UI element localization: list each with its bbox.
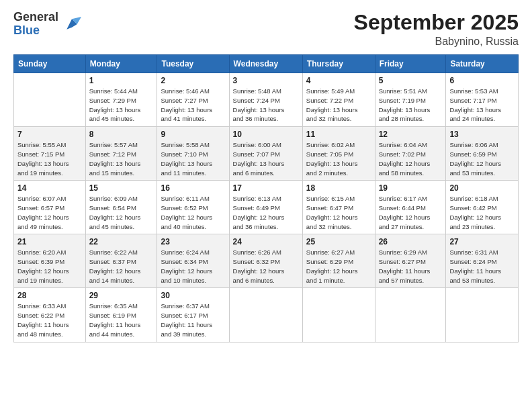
table-row bbox=[229, 288, 302, 342]
calendar-week-row: 7Sunrise: 5:55 AM Sunset: 7:15 PM Daylig… bbox=[14, 127, 519, 181]
day-number: 11 bbox=[306, 130, 371, 139]
day-info: Sunrise: 6:22 AM Sunset: 6:37 PM Dayligh… bbox=[89, 248, 154, 285]
table-row: 25Sunrise: 6:27 AM Sunset: 6:29 PM Dayli… bbox=[302, 234, 375, 288]
table-row: 30Sunrise: 6:37 AM Sunset: 6:17 PM Dayli… bbox=[157, 288, 229, 342]
day-info: Sunrise: 6:20 AM Sunset: 6:39 PM Dayligh… bbox=[17, 248, 82, 285]
calendar-header-row: Sunday Monday Tuesday Wednesday Thursday… bbox=[14, 55, 519, 73]
month-title: September 2025 bbox=[354, 11, 519, 34]
calendar-week-row: 28Sunrise: 6:33 AM Sunset: 6:22 PM Dayli… bbox=[14, 288, 519, 342]
table-row: 16Sunrise: 6:11 AM Sunset: 6:52 PM Dayli… bbox=[157, 181, 229, 234]
day-number: 7 bbox=[17, 130, 82, 139]
day-number: 28 bbox=[17, 291, 82, 300]
table-row: 14Sunrise: 6:07 AM Sunset: 6:57 PM Dayli… bbox=[14, 181, 86, 234]
day-info: Sunrise: 6:24 AM Sunset: 6:34 PM Dayligh… bbox=[161, 248, 225, 285]
day-info: Sunrise: 6:27 AM Sunset: 6:29 PM Dayligh… bbox=[306, 248, 371, 285]
table-row: 10Sunrise: 6:00 AM Sunset: 7:07 PM Dayli… bbox=[229, 127, 302, 181]
logo-general: General bbox=[13, 11, 58, 24]
table-row: 22Sunrise: 6:22 AM Sunset: 6:37 PM Dayli… bbox=[85, 234, 157, 288]
day-info: Sunrise: 6:15 AM Sunset: 6:47 PM Dayligh… bbox=[306, 194, 371, 231]
col-sunday: Sunday bbox=[14, 55, 86, 73]
day-info: Sunrise: 6:13 AM Sunset: 6:49 PM Dayligh… bbox=[233, 194, 299, 231]
table-row: 17Sunrise: 6:13 AM Sunset: 6:49 PM Dayli… bbox=[229, 181, 302, 234]
table-row bbox=[375, 288, 446, 342]
day-number: 9 bbox=[161, 130, 225, 139]
table-row: 12Sunrise: 6:04 AM Sunset: 7:02 PM Dayli… bbox=[375, 127, 446, 181]
table-row: 2Sunrise: 5:46 AM Sunset: 7:27 PM Daylig… bbox=[157, 73, 229, 127]
day-number: 18 bbox=[306, 183, 371, 193]
calendar-week-row: 21Sunrise: 6:20 AM Sunset: 6:39 PM Dayli… bbox=[14, 234, 519, 288]
title-block: September 2025 Babynino, Russia bbox=[354, 11, 519, 48]
day-number: 5 bbox=[379, 76, 443, 85]
day-number: 15 bbox=[89, 183, 154, 193]
day-number: 23 bbox=[161, 237, 225, 246]
day-info: Sunrise: 6:37 AM Sunset: 6:17 PM Dayligh… bbox=[161, 302, 225, 338]
col-monday: Monday bbox=[85, 55, 157, 73]
page: General Blue September 2025 Babynino, Ru… bbox=[0, 0, 532, 411]
day-info: Sunrise: 5:57 AM Sunset: 7:12 PM Dayligh… bbox=[89, 140, 154, 177]
col-saturday: Saturday bbox=[446, 55, 519, 73]
table-row: 11Sunrise: 6:02 AM Sunset: 7:05 PM Dayli… bbox=[302, 127, 375, 181]
day-number: 30 bbox=[161, 291, 225, 300]
table-row: 4Sunrise: 5:49 AM Sunset: 7:22 PM Daylig… bbox=[302, 73, 375, 127]
col-thursday: Thursday bbox=[302, 55, 375, 73]
logo-blue: Blue bbox=[13, 24, 58, 38]
day-number: 10 bbox=[233, 130, 299, 139]
day-info: Sunrise: 5:51 AM Sunset: 7:19 PM Dayligh… bbox=[379, 87, 443, 124]
table-row: 7Sunrise: 5:55 AM Sunset: 7:15 PM Daylig… bbox=[14, 127, 86, 181]
day-info: Sunrise: 5:55 AM Sunset: 7:15 PM Dayligh… bbox=[17, 140, 82, 177]
day-number: 4 bbox=[306, 76, 371, 85]
day-number: 19 bbox=[379, 183, 443, 193]
day-info: Sunrise: 5:53 AM Sunset: 7:17 PM Dayligh… bbox=[449, 87, 515, 124]
calendar-table: Sunday Monday Tuesday Wednesday Thursday… bbox=[13, 54, 519, 342]
day-info: Sunrise: 6:07 AM Sunset: 6:57 PM Dayligh… bbox=[17, 194, 82, 231]
day-number: 26 bbox=[379, 237, 443, 246]
day-info: Sunrise: 6:18 AM Sunset: 6:42 PM Dayligh… bbox=[449, 194, 515, 231]
col-friday: Friday bbox=[375, 55, 446, 73]
table-row: 28Sunrise: 6:33 AM Sunset: 6:22 PM Dayli… bbox=[14, 288, 86, 342]
day-number: 3 bbox=[233, 76, 299, 85]
day-number: 2 bbox=[161, 76, 225, 85]
day-info: Sunrise: 6:35 AM Sunset: 6:19 PM Dayligh… bbox=[89, 302, 154, 338]
day-info: Sunrise: 5:44 AM Sunset: 7:29 PM Dayligh… bbox=[89, 87, 154, 124]
day-number: 27 bbox=[449, 237, 515, 246]
table-row: 18Sunrise: 6:15 AM Sunset: 6:47 PM Dayli… bbox=[302, 181, 375, 234]
day-number: 21 bbox=[17, 237, 82, 246]
day-number: 13 bbox=[449, 130, 515, 139]
table-row: 27Sunrise: 6:31 AM Sunset: 6:24 PM Dayli… bbox=[446, 234, 519, 288]
day-info: Sunrise: 5:49 AM Sunset: 7:22 PM Dayligh… bbox=[306, 87, 371, 124]
day-info: Sunrise: 6:04 AM Sunset: 7:02 PM Dayligh… bbox=[379, 140, 443, 177]
table-row: 8Sunrise: 5:57 AM Sunset: 7:12 PM Daylig… bbox=[85, 127, 157, 181]
day-number: 1 bbox=[89, 76, 154, 85]
table-row bbox=[302, 288, 375, 342]
day-info: Sunrise: 6:11 AM Sunset: 6:52 PM Dayligh… bbox=[161, 194, 225, 231]
day-info: Sunrise: 6:06 AM Sunset: 6:59 PM Dayligh… bbox=[449, 140, 515, 177]
table-row: 24Sunrise: 6:26 AM Sunset: 6:32 PM Dayli… bbox=[229, 234, 302, 288]
table-row bbox=[446, 288, 519, 342]
day-info: Sunrise: 6:31 AM Sunset: 6:24 PM Dayligh… bbox=[449, 248, 515, 285]
day-number: 16 bbox=[161, 183, 225, 193]
location-title: Babynino, Russia bbox=[354, 36, 519, 48]
day-number: 17 bbox=[233, 183, 299, 193]
col-wednesday: Wednesday bbox=[229, 55, 302, 73]
table-row: 3Sunrise: 5:48 AM Sunset: 7:24 PM Daylig… bbox=[229, 73, 302, 127]
table-row: 26Sunrise: 6:29 AM Sunset: 6:27 PM Dayli… bbox=[375, 234, 446, 288]
day-info: Sunrise: 5:46 AM Sunset: 7:27 PM Dayligh… bbox=[161, 87, 225, 124]
calendar-week-row: 14Sunrise: 6:07 AM Sunset: 6:57 PM Dayli… bbox=[14, 181, 519, 234]
header: General Blue September 2025 Babynino, Ru… bbox=[13, 11, 519, 48]
table-row: 5Sunrise: 5:51 AM Sunset: 7:19 PM Daylig… bbox=[375, 73, 446, 127]
table-row: 15Sunrise: 6:09 AM Sunset: 6:54 PM Dayli… bbox=[85, 181, 157, 234]
day-number: 25 bbox=[306, 237, 371, 246]
day-info: Sunrise: 5:58 AM Sunset: 7:10 PM Dayligh… bbox=[161, 140, 225, 177]
logo: General Blue bbox=[13, 11, 81, 38]
logo-text: General Blue bbox=[13, 11, 58, 38]
day-info: Sunrise: 6:26 AM Sunset: 6:32 PM Dayligh… bbox=[233, 248, 299, 285]
day-info: Sunrise: 5:48 AM Sunset: 7:24 PM Dayligh… bbox=[233, 87, 299, 124]
table-row: 23Sunrise: 6:24 AM Sunset: 6:34 PM Dayli… bbox=[157, 234, 229, 288]
table-row: 13Sunrise: 6:06 AM Sunset: 6:59 PM Dayli… bbox=[446, 127, 519, 181]
table-row: 20Sunrise: 6:18 AM Sunset: 6:42 PM Dayli… bbox=[446, 181, 519, 234]
day-number: 14 bbox=[17, 183, 82, 193]
table-row: 6Sunrise: 5:53 AM Sunset: 7:17 PM Daylig… bbox=[446, 73, 519, 127]
logo-bird-icon bbox=[62, 15, 81, 34]
table-row: 19Sunrise: 6:17 AM Sunset: 6:44 PM Dayli… bbox=[375, 181, 446, 234]
day-number: 8 bbox=[89, 130, 154, 139]
